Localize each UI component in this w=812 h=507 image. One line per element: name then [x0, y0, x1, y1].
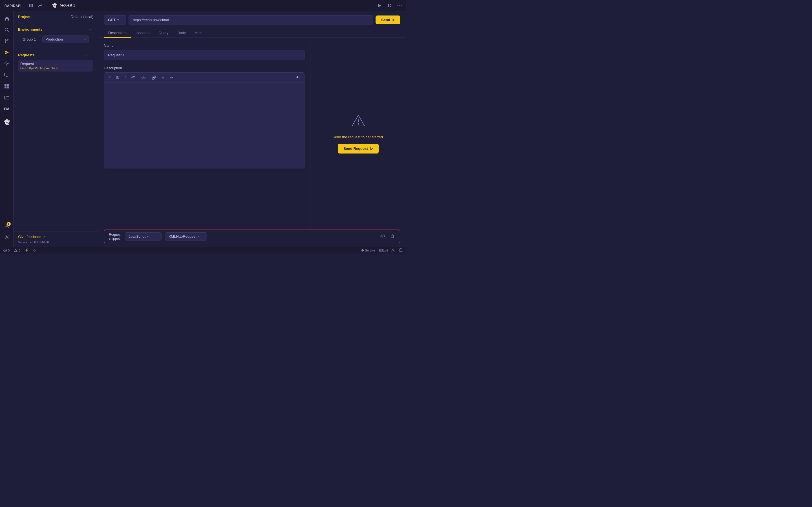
nav-badge: 1: [7, 222, 11, 226]
tab-bar: 👻 Request 1: [48, 0, 375, 11]
toolbar-list-btn[interactable]: ≡: [161, 75, 165, 80]
tab-request1[interactable]: 👻 Request 1: [48, 0, 80, 11]
svg-point-12: [6, 63, 7, 64]
toolbar-heading-btn[interactable]: #: [107, 75, 112, 80]
eslint-label[interactable]: ESLint: [379, 249, 388, 252]
top-bar-tools: [28, 2, 44, 10]
left-nav: FM 👻 1: [0, 11, 13, 247]
svg-line-8: [8, 31, 9, 32]
give-feedback-button[interactable]: Give feedback ↗: [18, 235, 93, 239]
request-item[interactable]: Request 1 GET https://echo.paw.cloud: [18, 60, 93, 71]
nav-folder-icon[interactable]: [2, 93, 12, 103]
error-count: 0: [8, 249, 10, 252]
environments-section: Environments ··· Group 1 Production ▾: [13, 23, 98, 48]
nav-ghost-icon[interactable]: 👻: [2, 117, 12, 127]
svg-rect-16: [4, 84, 6, 86]
nav-search-icon[interactable]: [2, 25, 12, 35]
warning-icon: [351, 114, 365, 130]
toolbar-quote-btn[interactable]: ❝❞: [130, 75, 136, 80]
svg-point-28: [393, 249, 394, 250]
svg-rect-4: [388, 4, 389, 7]
environments-more-btn[interactable]: ···: [88, 27, 93, 32]
status-warnings[interactable]: 0: [14, 249, 20, 252]
tab-auth[interactable]: Auth: [190, 29, 207, 38]
toolbar-ordered-list-btn[interactable]: ≡•: [168, 75, 174, 80]
name-input[interactable]: [104, 50, 305, 60]
description-toolbar: # B I ❝❞ </> 🔗 ≡ ≡• 👁: [104, 73, 304, 83]
snippet-language-chevron: ▾: [147, 235, 149, 238]
send-request-button[interactable]: Send Request ▷: [338, 144, 378, 154]
tab-description[interactable]: Description: [104, 29, 131, 38]
status-diamond[interactable]: ◇: [33, 248, 36, 252]
share-icon[interactable]: [36, 2, 44, 10]
requests-title: Requests: [18, 53, 35, 57]
environments-title: Environments: [18, 27, 43, 32]
diamond-icon: ◇: [33, 248, 36, 252]
env-group-row: Group 1 Production ▾: [22, 36, 89, 43]
url-input[interactable]: [129, 15, 373, 24]
svg-rect-18: [4, 87, 6, 89]
right-panel-message: Send the request to get started.: [333, 135, 384, 139]
status-errors[interactable]: 0: [3, 249, 10, 252]
request-body-area: Name Description # B I ❝❞ </> 🔗 ≡: [98, 38, 406, 230]
snippet-label: Requestsnippet: [109, 233, 121, 240]
toolbar-bold-btn[interactable]: B: [115, 75, 120, 80]
status-lightning[interactable]: ⚡: [25, 248, 29, 252]
send-button[interactable]: Send ▷: [375, 15, 400, 24]
tab-body[interactable]: Body: [173, 29, 191, 38]
nav-fm-icon[interactable]: FM: [2, 104, 12, 114]
snippet-copy-btn[interactable]: [389, 233, 395, 240]
go-live-dot: [361, 249, 364, 251]
request-snippet-bar: Requestsnippet JavaScript ▾ XMLHttpReque…: [104, 230, 400, 243]
description-textarea[interactable]: [104, 83, 304, 167]
requests-add-btn[interactable]: +: [89, 52, 93, 58]
send-arrow-icon: ▷: [392, 18, 395, 22]
request-form: Name Description # B I ❝❞ </> 🔗 ≡: [98, 38, 310, 230]
svg-rect-0: [29, 4, 30, 7]
notification-icon[interactable]: [399, 248, 403, 252]
more-icon[interactable]: ···: [396, 2, 404, 10]
requests-section: Requests ··· + Request 1 GET https://ech…: [13, 50, 98, 74]
snippet-action-icons: </>: [379, 233, 395, 240]
main-layout: FM 👻 1 Project: [0, 11, 406, 247]
nav-grid-icon[interactable]: [2, 81, 12, 91]
tab-headers[interactable]: Headers: [131, 29, 154, 38]
play-icon[interactable]: [375, 2, 384, 10]
method-dropdown[interactable]: GET ▾: [104, 15, 126, 24]
toolbar-preview-btn[interactable]: 👁: [295, 75, 301, 80]
request-item-name: Request 1: [20, 62, 91, 66]
nav-gear-icon[interactable]: [2, 232, 12, 242]
svg-rect-6: [390, 6, 391, 7]
toolbar-italic-btn[interactable]: I: [123, 75, 127, 80]
toolbar-code-btn[interactable]: </>: [140, 75, 147, 80]
requests-actions: ··· +: [83, 52, 93, 58]
name-label: Name: [104, 43, 305, 48]
env-dropdown[interactable]: Production ▾: [42, 36, 89, 43]
snippet-language-dropdown[interactable]: JavaScript ▾: [125, 232, 161, 240]
snippet-library-label: XMLHttpRequest: [168, 234, 197, 238]
svg-rect-5: [390, 4, 391, 5]
nav-send-icon[interactable]: [2, 47, 12, 57]
svg-rect-1: [31, 4, 31, 7]
library-icon[interactable]: [28, 2, 35, 10]
requests-more-btn[interactable]: ···: [83, 52, 88, 58]
nav-monitor-icon[interactable]: [2, 70, 12, 80]
snippet-code-btn[interactable]: </>: [379, 233, 387, 240]
nav-git-icon[interactable]: [2, 36, 12, 46]
sidebar: Project Default (local) Environments ···…: [13, 11, 98, 247]
toolbar-link-btn[interactable]: 🔗: [151, 75, 157, 80]
go-live-button[interactable]: Go Live: [361, 249, 375, 252]
svg-rect-24: [391, 235, 394, 238]
svg-point-7: [5, 28, 8, 31]
nav-home-icon[interactable]: [2, 13, 12, 24]
nav-account-icon[interactable]: 1: [2, 221, 12, 231]
project-value: Default (local): [71, 15, 93, 19]
snippet-library-dropdown[interactable]: XMLHttpRequest ▾: [165, 232, 207, 240]
user-status-icon[interactable]: [391, 248, 395, 252]
tab-query[interactable]: Query: [154, 29, 173, 38]
app-logo: RAPIDAPI: [2, 4, 24, 7]
svg-point-11: [5, 42, 6, 43]
layout-icon[interactable]: [386, 2, 394, 10]
nav-settings-icon[interactable]: [2, 59, 12, 69]
chevron-down-icon: ▾: [84, 38, 86, 41]
